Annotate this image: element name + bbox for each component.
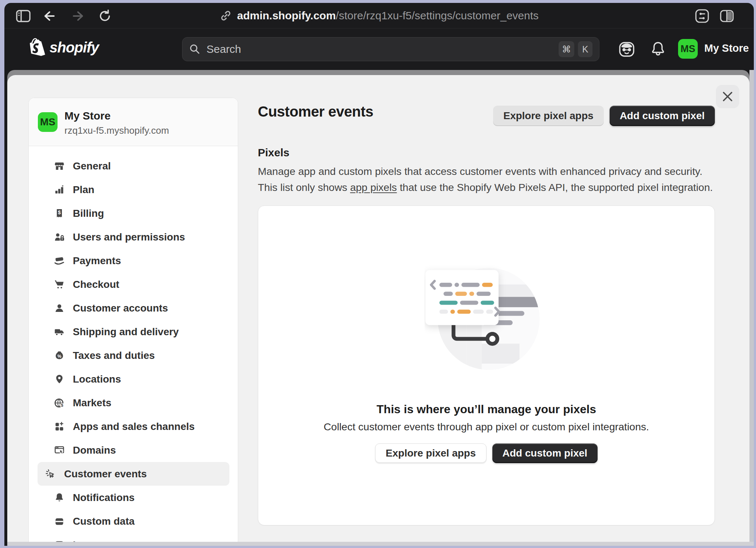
sidebar-item-locations[interactable]: Locations bbox=[38, 367, 229, 391]
admin-topbar: shopify Search ⌘ K MS My Store bbox=[4, 28, 754, 70]
money-bag-icon: % bbox=[54, 350, 65, 361]
store-icon bbox=[54, 161, 65, 172]
sidebar-item-general[interactable]: General bbox=[38, 154, 229, 178]
billing-icon: $ bbox=[54, 208, 65, 219]
sidebar-item-label: Custom data bbox=[73, 516, 135, 527]
payments-icon bbox=[54, 255, 65, 266]
sidebar-store-name: My Store bbox=[64, 110, 111, 122]
browser-window: admin.shopify.com/store/rzq1xu-f5/settin… bbox=[4, 3, 754, 546]
sidebar-item-label: Apps and sales channels bbox=[73, 421, 195, 432]
link-icon bbox=[220, 9, 232, 22]
pixels-section-title: Pixels bbox=[258, 146, 290, 159]
sidebar-item-apps-and-sales-channels[interactable]: Apps and sales channels bbox=[38, 415, 229, 438]
sidebar-item-checkout[interactable]: Checkout bbox=[38, 273, 229, 296]
notifications-bell-icon[interactable] bbox=[650, 41, 666, 58]
sidebar-toggle-icon[interactable] bbox=[15, 8, 31, 24]
forward-icon[interactable] bbox=[71, 8, 87, 24]
map-pin-icon bbox=[54, 374, 65, 385]
add-custom-pixel-button-empty-state[interactable]: Add custom pixel bbox=[492, 443, 598, 463]
explore-pixel-apps-button-empty-state[interactable]: Explore pixel apps bbox=[375, 443, 486, 463]
sidebar-store-domain: rzq1xu-f5.myshopify.com bbox=[64, 125, 169, 136]
settings-modal: MS My Store rzq1xu-f5.myshopify.com Gene… bbox=[7, 75, 749, 546]
empty-state-heading: This is where you’ll manage your pixels bbox=[258, 403, 714, 416]
pixels-description: Manage app and custom pixels that access… bbox=[258, 163, 715, 195]
globe-icon: $ bbox=[54, 398, 65, 408]
customer-events-page: Customer events Explore pixel apps Add c… bbox=[258, 75, 715, 546]
sidebar-item-markets[interactable]: $ Markets bbox=[38, 391, 229, 415]
svg-text:$: $ bbox=[58, 210, 61, 215]
scrollbar-gutter[interactable] bbox=[749, 70, 754, 546]
close-icon bbox=[722, 91, 733, 102]
plan-icon bbox=[54, 184, 65, 195]
add-custom-pixel-button[interactable]: Add custom pixel bbox=[610, 106, 715, 126]
sidebar-item-billing[interactable]: $ Billing bbox=[38, 201, 229, 225]
settings-sidebar: MS My Store rzq1xu-f5.myshopify.com Gene… bbox=[28, 98, 238, 546]
browser-url-row: admin.shopify.com/store/rzq1xu-f5/settin… bbox=[4, 3, 754, 28]
sidebar-item-label: Locations bbox=[73, 373, 121, 385]
store-avatar[interactable]: MS bbox=[678, 39, 698, 59]
svg-text:%: % bbox=[58, 353, 62, 359]
split-view-icon[interactable] bbox=[719, 8, 735, 24]
page-title: Customer events bbox=[258, 103, 373, 120]
sidebar-item-label: Checkout bbox=[73, 279, 119, 290]
sidebar-item-label: Taxes and duties bbox=[73, 350, 155, 361]
browser-extensions-icon[interactable] bbox=[694, 8, 710, 24]
shopify-wordmark: shopify bbox=[50, 39, 99, 56]
empty-state-subtext: Collect customer events through app pixe… bbox=[258, 421, 714, 433]
truck-icon bbox=[54, 326, 65, 337]
sidebar-item-label: Shipping and delivery bbox=[73, 326, 179, 338]
cart-icon bbox=[54, 279, 65, 290]
apps-grid-icon bbox=[54, 421, 65, 432]
sidebar-item-custom-data[interactable]: Custom data bbox=[38, 509, 229, 533]
bell-icon bbox=[54, 492, 65, 503]
shopify-bag-icon bbox=[30, 38, 47, 57]
shopify-logo: shopify bbox=[30, 38, 99, 57]
sidebar-item-taxes-and-duties[interactable]: % Taxes and duties bbox=[38, 344, 229, 367]
cmd-key-badge: ⌘ bbox=[559, 41, 574, 57]
data-box-icon bbox=[54, 516, 65, 527]
url-host: admin.shopify.com bbox=[237, 9, 336, 21]
sidebar-item-customer-events[interactable]: Customer events bbox=[38, 462, 229, 486]
svg-text:$: $ bbox=[61, 403, 63, 407]
sidebar-item-notifications[interactable]: Notifications bbox=[38, 486, 229, 509]
close-button[interactable] bbox=[716, 85, 739, 108]
sidebar-item-domains[interactable]: Domains bbox=[38, 438, 229, 462]
sidebar-item-label: Customer events bbox=[64, 468, 147, 480]
domain-window-icon bbox=[54, 445, 65, 456]
sidebar-item-payments[interactable]: Payments bbox=[38, 249, 229, 273]
pixels-illustration bbox=[425, 263, 548, 377]
app-pixels-link[interactable]: app pixels bbox=[350, 181, 397, 193]
sidebar-item-label: Plan bbox=[73, 184, 94, 196]
sidebar-item-plan[interactable]: Plan bbox=[38, 178, 229, 201]
sidebar-item-label: General bbox=[73, 160, 111, 172]
sidebar-item-label: Notifications bbox=[73, 492, 135, 504]
sidebar-item-label: Domains bbox=[73, 445, 116, 456]
settings-nav: General Plan $ Billing Users and permiss… bbox=[29, 146, 238, 546]
sidebar-store-avatar: MS bbox=[38, 112, 58, 132]
pixels-empty-state-card: This is where you’ll manage your pixels … bbox=[258, 206, 715, 525]
cursor-click-icon bbox=[45, 469, 56, 480]
k-key-badge: K bbox=[578, 41, 592, 57]
sidebar-item-customer-accounts[interactable]: Customer accounts bbox=[38, 296, 229, 320]
reload-icon[interactable] bbox=[97, 8, 113, 24]
topbar-store-name[interactable]: My Store bbox=[704, 42, 749, 54]
search-placeholder: Search bbox=[206, 43, 555, 55]
sidebar-item-users-and-permissions[interactable]: Users and permissions bbox=[38, 225, 229, 249]
sidebar-item-label: Customer accounts bbox=[73, 302, 168, 314]
window-bottom-bar bbox=[7, 542, 754, 546]
search-input[interactable]: Search ⌘ K bbox=[182, 37, 599, 61]
person-icon bbox=[54, 303, 65, 314]
users-icon bbox=[54, 232, 65, 243]
back-icon[interactable] bbox=[41, 8, 57, 24]
url-path: /store/rzq1xu-f5/settings/customer_event… bbox=[336, 9, 539, 21]
address-bar[interactable]: admin.shopify.com/store/rzq1xu-f5/settin… bbox=[220, 9, 539, 22]
sidekick-icon[interactable] bbox=[618, 41, 635, 58]
search-icon bbox=[189, 43, 201, 55]
sidebar-item-label: Billing bbox=[73, 208, 104, 219]
sidebar-item-shipping-and-delivery[interactable]: Shipping and delivery bbox=[38, 320, 229, 344]
sidebar-item-label: Users and permissions bbox=[73, 231, 185, 243]
sidebar-store-header[interactable]: MS My Store rzq1xu-f5.myshopify.com bbox=[29, 98, 238, 146]
sidebar-item-label: Markets bbox=[73, 397, 111, 409]
explore-pixel-apps-button[interactable]: Explore pixel apps bbox=[493, 106, 603, 126]
sidebar-item-label: Payments bbox=[73, 255, 121, 267]
